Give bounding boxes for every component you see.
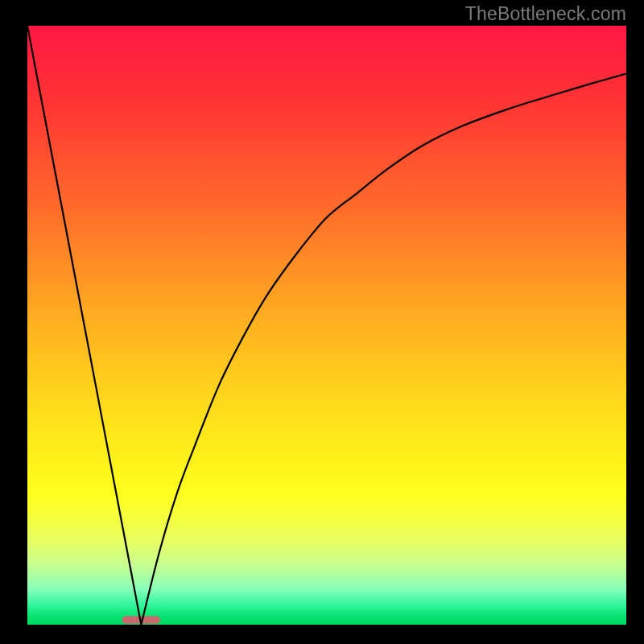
chart-frame: TheBottleneck.com: [0, 0, 644, 644]
watermark-text: TheBottleneck.com: [465, 3, 626, 25]
plot-background: [27, 26, 626, 625]
bottleneck-chart: [0, 0, 644, 644]
